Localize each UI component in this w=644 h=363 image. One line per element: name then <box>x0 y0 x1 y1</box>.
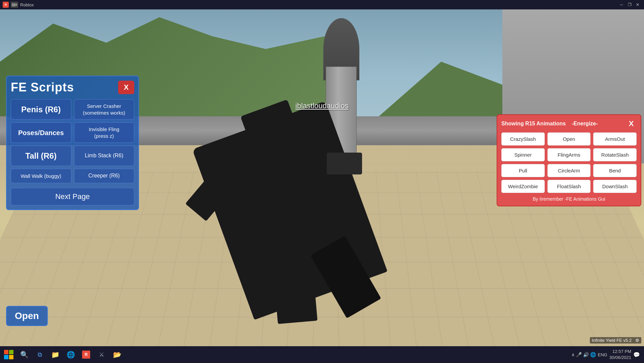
animations-header-text: Showing R15 Animations -Energize- <box>501 121 598 127</box>
volume-icon: 🔊 <box>583 352 589 357</box>
search-icon: 🔍 <box>20 351 29 359</box>
fe-scripts-close-button[interactable]: X <box>118 81 134 94</box>
open-button[interactable]: Open <box>6 306 48 326</box>
circle-arm-button[interactable]: CircleArm <box>547 164 591 177</box>
character-name-label: iblastloudaudios <box>295 102 349 110</box>
roblox-taskbar-button[interactable]: R <box>79 347 94 362</box>
taskbar-system-tray: ∧ 🎤 🔊 🌐 ENG 12:57 PM 30/06/2021 💬 <box>571 349 643 361</box>
file-explorer-button[interactable]: 📁 <box>48 347 63 362</box>
folder-icon: 📂 <box>113 351 121 359</box>
minimize-button[interactable]: ─ <box>618 1 625 8</box>
tall-r6-button[interactable]: Tall (R6) <box>11 146 71 166</box>
pull-button[interactable]: Pull <box>501 164 545 177</box>
fe-scripts-header: FE Scripts X <box>11 80 134 94</box>
fe-scripts-buttons-grid: Penis (R6) Server Crasher(sometimes work… <box>11 99 134 183</box>
restore-button[interactable]: ❐ <box>626 1 633 8</box>
animations-header: Showing R15 Animations -Energize- X <box>501 119 637 128</box>
katana-icon: ⚔ <box>99 351 104 358</box>
clock-date: 30/06/2021 <box>609 355 631 361</box>
animations-footer: By iIremember -FE Animations Gui <box>501 196 637 202</box>
animations-close-button[interactable]: X <box>626 119 637 128</box>
character <box>219 120 361 301</box>
bend-button[interactable]: Bend <box>593 164 637 177</box>
start-button[interactable] <box>1 347 16 362</box>
microphone-icon: 🎤 <box>576 352 582 357</box>
penis-r6-button[interactable]: Penis (R6) <box>11 99 71 120</box>
down-slash-button[interactable]: DownSlash <box>593 180 637 193</box>
fling-arms-button[interactable]: FlingArms <box>547 148 591 161</box>
file-explorer-icon: 📁 <box>51 351 60 359</box>
katana-taskbar-button[interactable]: ⚔ <box>94 347 109 362</box>
energize-label: -Energize- <box>572 121 598 126</box>
search-taskbar-button[interactable]: 🔍 <box>17 347 32 362</box>
task-view-button[interactable]: ⧉ <box>32 347 47 362</box>
chrome-button[interactable]: 🌐 <box>63 347 78 362</box>
weird-zombie-button[interactable]: WeirdZombie <box>501 180 545 193</box>
titlebar-title: Roblox <box>20 2 34 7</box>
server-crasher-button[interactable]: Server Crasher(sometimes works) <box>74 99 135 120</box>
language-indicator: ENG <box>598 352 607 357</box>
char-body <box>192 101 387 320</box>
system-tray-icons: ∧ 🎤 🔊 🌐 <box>571 352 596 357</box>
animations-panel: Showing R15 Animations -Energize- X Craz… <box>497 114 641 206</box>
notification-button[interactable]: 💬 <box>633 351 640 358</box>
spinner-button[interactable]: Spinner <box>501 148 545 161</box>
clock: 12:57 PM 30/06/2021 <box>609 349 631 361</box>
fe-scripts-title: FE Scripts <box>11 80 74 94</box>
anim-open-button[interactable]: Open <box>547 132 591 146</box>
titlebar: R Roblox ─ ❐ ✕ <box>0 0 644 9</box>
svg-rect-0 <box>12 3 15 6</box>
titlebar-controls: ─ ❐ ✕ <box>618 1 641 8</box>
arms-out-button[interactable]: ArmsOut <box>593 132 637 146</box>
task-view-icon: ⧉ <box>38 351 42 358</box>
notification-icon: 💬 <box>633 352 640 358</box>
poses-dances-button[interactable]: Poses/Dances <box>11 122 71 143</box>
window-close-button[interactable]: ✕ <box>634 1 641 8</box>
limb-stack-button[interactable]: Limb Stack (R6) <box>74 146 135 166</box>
next-page-button[interactable]: Next Page <box>11 188 134 205</box>
roblox-logo-icon: R <box>3 2 9 8</box>
infinite-yield-watermark: Infinite Yield FE v5.2 ⚙ <box>590 337 641 344</box>
chevron-up-icon[interactable]: ∧ <box>571 352 575 357</box>
roblox-taskbar-icon: R <box>82 351 90 359</box>
showing-r15-label: Showing R15 Animations <box>501 121 566 126</box>
creeper-r6-button[interactable]: Creeper (R6) <box>74 169 135 183</box>
animations-buttons-grid: CrazySlash Open ArmsOut Spinner FlingArm… <box>501 132 637 193</box>
rotate-slash-button[interactable]: RotateSlash <box>593 148 637 161</box>
float-slash-button[interactable]: FloatSlash <box>547 180 591 193</box>
invisible-fling-button[interactable]: Invisible Fling(press z) <box>74 122 135 143</box>
svg-marker-1 <box>15 3 17 6</box>
folder-taskbar-button[interactable]: 📂 <box>110 347 124 362</box>
camera-icon <box>11 2 18 8</box>
network-icon: 🌐 <box>590 352 596 357</box>
windows-logo-icon <box>4 350 13 359</box>
fe-scripts-panel: FE Scripts X Penis (R6) Server Crasher(s… <box>6 76 139 210</box>
titlebar-left: R Roblox <box>3 2 34 8</box>
clock-time: 12:57 PM <box>609 349 631 355</box>
chrome-icon: 🌐 <box>67 351 75 359</box>
wall-walk-button[interactable]: Wall Walk (buggy) <box>11 169 71 183</box>
char-leg1 <box>272 257 317 324</box>
char-arm2 <box>327 153 362 175</box>
taskbar: 🔍 ⧉ 📁 🌐 R ⚔ 📂 ∧ 🎤 🔊 🌐 ENG 12:57 PM <box>0 346 644 363</box>
crazy-slash-button[interactable]: CrazySlash <box>501 132 545 146</box>
